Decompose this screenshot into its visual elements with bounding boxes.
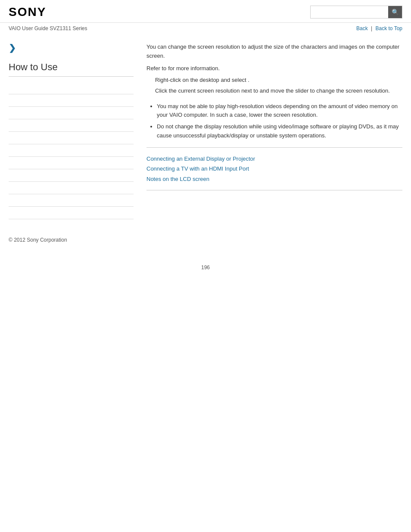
sidebar-item-8[interactable]: [9, 169, 134, 182]
notes-list: You may not be able to play high-resolut…: [157, 102, 402, 140]
sidebar-item-6[interactable]: [9, 144, 134, 157]
footer: © 2012 Sony Corporation: [0, 228, 411, 247]
sidebar-item-1[interactable]: [9, 82, 134, 94]
step-1-text: Right-click on the desktop and select: [155, 77, 246, 83]
back-link[interactable]: Back: [356, 25, 368, 31]
header: SONY 🔍: [0, 0, 411, 23]
content-area: You can change the screen resolution to …: [142, 38, 402, 219]
sidebar-item-5[interactable]: [9, 132, 134, 144]
nav-bar: VAIO User Guide SVZ1311 Series Back | Ba…: [0, 23, 411, 34]
step-2: Click the current screen resolution next…: [155, 87, 402, 95]
step-1-suffix: .: [248, 77, 249, 83]
refer-suffix: for more information.: [168, 65, 220, 72]
refer-row: Refer to for more information.: [146, 65, 402, 72]
sidebar-item-2[interactable]: [9, 94, 134, 107]
sony-logo: SONY: [9, 5, 46, 19]
sidebar-item-3[interactable]: [9, 107, 134, 119]
refer-text: Refer to: [146, 65, 166, 72]
step-2-text: Click the current screen resolution next…: [155, 87, 258, 94]
related-link-2[interactable]: Connecting a TV with an HDMI Input Port: [146, 164, 402, 174]
back-to-top-link[interactable]: Back to Top: [376, 25, 402, 31]
related-link-1[interactable]: Connecting an External Display or Projec…: [146, 154, 402, 164]
search-box: 🔍: [310, 6, 402, 19]
note-item-2: Do not change the display resolution whi…: [157, 122, 402, 140]
sidebar: ❯ How to Use: [9, 38, 142, 219]
related-link-3[interactable]: Notes on the LCD screen: [146, 174, 402, 184]
divider-bottom: [146, 190, 402, 190]
sidebar-chevron-icon[interactable]: ❯: [9, 43, 134, 53]
sidebar-item-10[interactable]: [9, 194, 134, 207]
notes-section: You may not be able to play high-resolut…: [146, 102, 402, 140]
related-links: Connecting an External Display or Projec…: [146, 154, 402, 184]
step-2-mid: and move the slider to change the screen…: [260, 87, 390, 94]
nav-links: Back | Back to Top: [356, 25, 402, 31]
search-input[interactable]: [311, 6, 388, 18]
sidebar-item-7[interactable]: [9, 157, 134, 169]
breadcrumb: VAIO User Guide SVZ1311 Series: [9, 25, 87, 31]
step-1: Right-click on the desktop and select .: [155, 76, 402, 84]
sidebar-item-11[interactable]: [9, 207, 134, 219]
note-item-1: You may not be able to play high-resolut…: [157, 102, 402, 120]
sidebar-item-9[interactable]: [9, 182, 134, 194]
sidebar-section-title: How to Use: [9, 62, 134, 77]
search-icon: 🔍: [392, 9, 399, 16]
nav-separator: |: [371, 25, 372, 31]
divider-top: [146, 147, 402, 148]
search-button[interactable]: 🔍: [388, 6, 402, 18]
steps-list: Right-click on the desktop and select . …: [155, 76, 402, 95]
page-number: 196: [0, 264, 411, 279]
copyright-text: © 2012 Sony Corporation: [9, 237, 67, 243]
main-container: ❯ How to Use You can change the screen r…: [0, 34, 411, 228]
intro-paragraph: You can change the screen resolution to …: [146, 43, 402, 61]
sidebar-item-4[interactable]: [9, 119, 134, 132]
